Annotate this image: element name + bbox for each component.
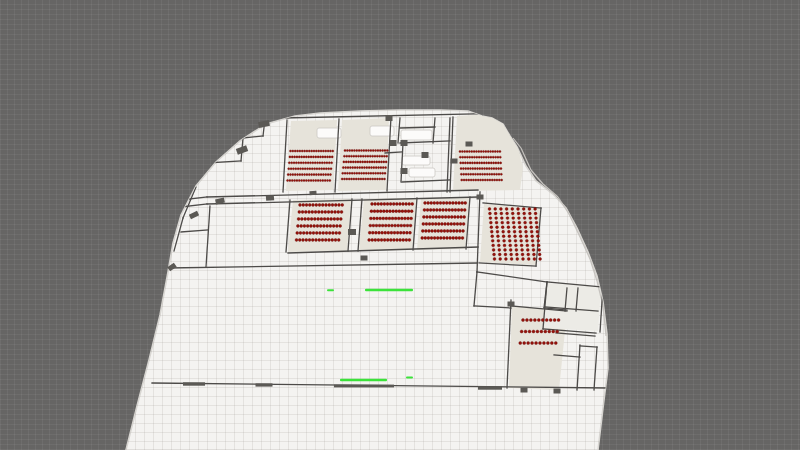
exit-marker (327, 289, 334, 291)
door-marker (422, 152, 429, 158)
door-marker (256, 383, 273, 386)
door-marker (478, 386, 502, 389)
exit-marker (406, 376, 413, 378)
door-marker (466, 142, 473, 147)
door-marker (401, 168, 408, 174)
door-marker (266, 195, 274, 201)
exit-marker (365, 289, 413, 291)
door-marker (348, 229, 356, 235)
door-marker (361, 256, 368, 261)
scene-canvas (0, 0, 800, 450)
exit-marker (340, 379, 387, 381)
desk (401, 130, 432, 140)
door-marker (477, 195, 484, 200)
door-marker (334, 385, 394, 388)
door-marker (554, 389, 561, 394)
door-marker (521, 388, 528, 393)
door-marker (390, 140, 397, 146)
desk (409, 168, 435, 177)
3d-viewport[interactable] (0, 0, 800, 450)
door-marker (183, 382, 205, 385)
door-marker (451, 159, 458, 164)
door-marker (401, 140, 408, 146)
door-marker (508, 302, 515, 307)
door-marker (386, 115, 393, 121)
door-marker (309, 191, 316, 195)
